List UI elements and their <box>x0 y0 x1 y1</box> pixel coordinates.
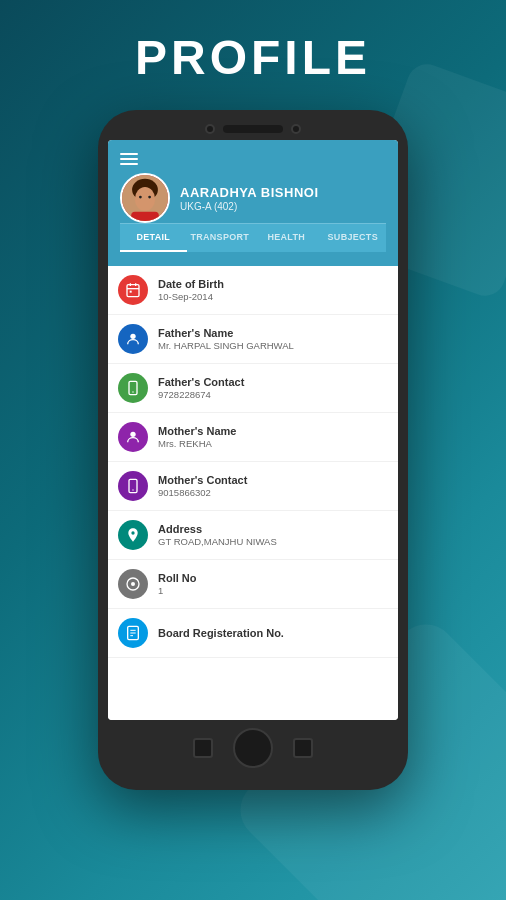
svg-point-14 <box>130 432 135 437</box>
mother-contact-icon <box>118 471 148 501</box>
list-item: Address GT ROAD,MANJHU NIWAS <box>108 511 398 560</box>
back-button[interactable] <box>193 738 213 758</box>
mother-name-label: Mother's Name <box>158 425 236 437</box>
father-name-value: Mr. HARPAL SINGH GARHWAL <box>158 340 294 351</box>
rollno-label: Roll No <box>158 572 197 584</box>
tab-detail[interactable]: DETAIL <box>120 224 187 252</box>
father-name-icon <box>118 324 148 354</box>
phone-camera-right <box>291 124 301 134</box>
page-title: PROFILE <box>135 30 371 85</box>
mother-contact-text: Mother's Contact 9015866302 <box>158 474 247 498</box>
address-icon <box>118 520 148 550</box>
svg-point-4 <box>139 196 142 199</box>
dob-value: 10-Sep-2014 <box>158 291 224 302</box>
recent-button[interactable] <box>293 738 313 758</box>
list-item: Father's Name Mr. HARPAL SINGH GARHWAL <box>108 315 398 364</box>
svg-point-13 <box>132 391 133 392</box>
address-value: GT ROAD,MANJHU NIWAS <box>158 536 277 547</box>
home-button[interactable] <box>233 728 273 768</box>
list-item: Mother's Name Mrs. REKHA <box>108 413 398 462</box>
svg-point-5 <box>148 196 151 199</box>
rollno-text: Roll No 1 <box>158 572 197 596</box>
rollno-icon <box>118 569 148 599</box>
phone-frame: AARADHYA BISHNOI UKG-A (402) DETAIL TRAN… <box>98 110 408 790</box>
tab-subjects[interactable]: SUBJECTS <box>320 224 387 252</box>
mother-name-text: Mother's Name Mrs. REKHA <box>158 425 236 449</box>
student-name: AARADHYA BISHNOI <box>180 185 319 200</box>
father-contact-value: 9728228674 <box>158 389 244 400</box>
list-item: Date of Birth 10-Sep-2014 <box>108 266 398 315</box>
father-contact-text: Father's Contact 9728228674 <box>158 376 244 400</box>
address-label: Address <box>158 523 277 535</box>
board-reg-label: Board Registeration No. <box>158 627 284 639</box>
svg-point-17 <box>131 531 134 534</box>
content-area: Date of Birth 10-Sep-2014 Father's Name … <box>108 266 398 720</box>
phone-speaker <box>223 125 283 133</box>
phone-screen: AARADHYA BISHNOI UKG-A (402) DETAIL TRAN… <box>108 140 398 720</box>
phone-camera <box>205 124 215 134</box>
list-item: Mother's Contact 9015866302 <box>108 462 398 511</box>
app-header: AARADHYA BISHNOI UKG-A (402) DETAIL TRAN… <box>108 140 398 266</box>
board-reg-text: Board Registeration No. <box>158 627 284 640</box>
phone-top <box>108 124 398 134</box>
mother-name-icon <box>118 422 148 452</box>
list-item: Roll No 1 <box>108 560 398 609</box>
tab-transport[interactable]: TRANSPORT <box>187 224 254 252</box>
father-name-text: Father's Name Mr. HARPAL SINGH GARHWAL <box>158 327 294 351</box>
student-class: UKG-A (402) <box>180 201 319 212</box>
mother-contact-value: 9015866302 <box>158 487 247 498</box>
tab-health[interactable]: HEALTH <box>253 224 320 252</box>
calendar-icon <box>118 275 148 305</box>
address-text: Address GT ROAD,MANJHU NIWAS <box>158 523 277 547</box>
list-item: Father's Contact 9728228674 <box>108 364 398 413</box>
list-item: Board Registeration No. <box>108 609 398 658</box>
father-name-label: Father's Name <box>158 327 294 339</box>
svg-rect-10 <box>130 291 132 293</box>
profile-info: AARADHYA BISHNOI UKG-A (402) <box>180 185 319 212</box>
mother-contact-label: Mother's Contact <box>158 474 247 486</box>
svg-rect-3 <box>131 212 159 223</box>
svg-point-16 <box>132 489 133 490</box>
father-contact-icon <box>118 373 148 403</box>
hamburger-menu[interactable] <box>120 153 386 165</box>
svg-point-19 <box>131 582 135 586</box>
dob-label: Date of Birth <box>158 278 224 290</box>
dob-text: Date of Birth 10-Sep-2014 <box>158 278 224 302</box>
phone-bottom <box>108 728 398 768</box>
svg-point-11 <box>130 334 135 339</box>
board-reg-icon <box>118 618 148 648</box>
mother-name-value: Mrs. REKHA <box>158 438 236 449</box>
avatar <box>120 173 170 223</box>
svg-point-2 <box>135 187 155 211</box>
profile-section: AARADHYA BISHNOI UKG-A (402) <box>120 173 386 223</box>
father-contact-label: Father's Contact <box>158 376 244 388</box>
nav-tabs: DETAIL TRANSPORT HEALTH SUBJECTS <box>120 223 386 252</box>
svg-rect-6 <box>127 285 139 297</box>
rollno-value: 1 <box>158 585 197 596</box>
